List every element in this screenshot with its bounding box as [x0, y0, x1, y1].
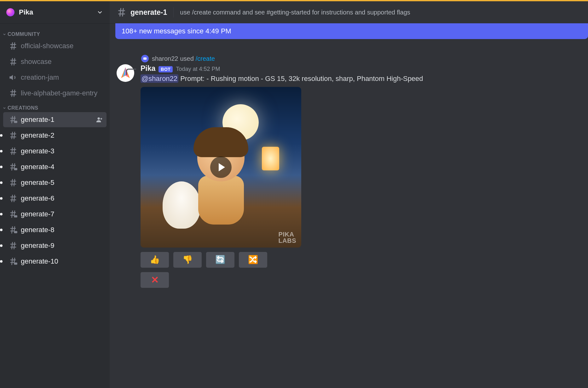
- message-timestamp: Today at 4:52 PM: [176, 66, 220, 72]
- add-user-icon[interactable]: [96, 116, 103, 123]
- channel-live-alphabet-game-entry[interactable]: live-alphabet-game-entry: [3, 86, 107, 101]
- svg-rect-4: [14, 231, 17, 233]
- chat-header: generate-1 use /create command and see #…: [110, 1, 588, 23]
- channel-generate-10[interactable]: generate-10: [3, 254, 107, 269]
- reply-spine: [126, 69, 136, 75]
- refresh-button[interactable]: 🔄: [206, 252, 234, 268]
- category-header[interactable]: COMMUNITY: [0, 28, 110, 38]
- thumbs-down-button[interactable]: 👎: [173, 252, 202, 268]
- play-button[interactable]: [210, 157, 232, 178]
- svg-rect-6: [143, 58, 147, 60]
- scene-character: [183, 134, 259, 235]
- svg-point-7: [144, 58, 145, 59]
- cancel-button[interactable]: ✕: [141, 272, 169, 288]
- server-header[interactable]: Pika: [0, 1, 110, 23]
- hash-icon: [9, 163, 18, 171]
- message: sharon22 used /create Pika BOT Today at …: [117, 55, 581, 288]
- channel-name: generate-10: [21, 257, 103, 265]
- hash-icon: [9, 241, 18, 250]
- hash-icon: [9, 210, 18, 219]
- channel-name: showcase: [21, 58, 103, 66]
- channel-generate-8[interactable]: generate-8: [3, 222, 107, 237]
- channel-list: COMMUNITYofficial-showcaseshowcasecreati…: [0, 23, 110, 388]
- channel-generate-4[interactable]: generate-4: [3, 159, 107, 174]
- user-mention[interactable]: @sharon22: [141, 74, 178, 83]
- hash-icon: [9, 225, 18, 234]
- channel-topic: use /create command and see #getting-sta…: [180, 9, 410, 16]
- hash-icon: [9, 194, 18, 203]
- channel-name: generate-1: [21, 116, 96, 124]
- voice-icon: [9, 73, 18, 82]
- message-body-text: Prompt: - Rushing motion - GS 15, 32k re…: [178, 75, 423, 83]
- channel-generate-2[interactable]: generate-2: [3, 128, 107, 143]
- thumbs-up-button[interactable]: 👍: [141, 252, 169, 268]
- scene-lamp: [262, 147, 279, 170]
- channel-name: live-alphabet-game-entry: [21, 89, 103, 97]
- message-header: Pika BOT Today at 4:52 PM: [141, 64, 581, 73]
- channel-name: generate-9: [21, 242, 103, 250]
- channel-name: generate-5: [21, 179, 103, 187]
- messages-area: sharon22 used /create Pika BOT Today at …: [110, 39, 588, 388]
- channel-showcase[interactable]: showcase: [3, 54, 107, 69]
- channel-name: generate-8: [21, 226, 103, 234]
- channel-name: generate-4: [21, 163, 103, 171]
- channel-generate-1[interactable]: generate-1: [3, 112, 107, 127]
- channel-generate-9[interactable]: generate-9: [3, 238, 107, 253]
- category-label: COMMUNITY: [8, 31, 40, 37]
- svg-rect-0: [14, 121, 17, 123]
- hash-icon: [9, 115, 18, 124]
- channel-generate-7[interactable]: generate-7: [3, 207, 107, 222]
- channel-name: creation-jam: [21, 73, 103, 82]
- message-text: @sharon22 Prompt: - Rushing motion - GS …: [141, 74, 581, 84]
- action-row-1: 👍 👎 🔄 🔀: [141, 252, 581, 268]
- reply-avatar: [141, 55, 149, 62]
- shuffle-button[interactable]: 🔀: [239, 252, 267, 268]
- channel-name: generate-6: [21, 194, 103, 203]
- new-messages-bar[interactable]: 108+ new messages since 4:49 PM: [115, 23, 588, 39]
- reply-command[interactable]: /create: [196, 55, 215, 62]
- chevron-down-icon: [3, 32, 6, 36]
- hash-icon: [117, 7, 127, 17]
- channel-generate-6[interactable]: generate-6: [3, 191, 107, 206]
- header-divider: [173, 7, 174, 17]
- channel-official-showcase[interactable]: official-showcase: [3, 38, 107, 54]
- channel-generate-3[interactable]: generate-3: [3, 144, 107, 159]
- channel-name: generate-2: [21, 131, 103, 140]
- category-label: CREATIONS: [8, 105, 38, 111]
- svg-rect-5: [14, 263, 17, 265]
- hash-icon: [9, 42, 18, 50]
- category-header[interactable]: CREATIONS: [0, 101, 110, 111]
- message-author[interactable]: Pika: [141, 64, 155, 73]
- channel-name: generate-7: [21, 210, 103, 218]
- reply-username: sharon22: [152, 55, 178, 62]
- channel-name: official-showcase: [21, 42, 103, 50]
- chevron-down-icon: [96, 9, 103, 16]
- reply-context[interactable]: sharon22 used /create: [141, 55, 581, 62]
- channel-sidebar: Pika COMMUNITYofficial-showcaseshowcasec…: [0, 1, 110, 388]
- watermark: PIKA LABS: [279, 231, 296, 244]
- bot-tag: BOT: [159, 66, 173, 72]
- action-row-2: ✕: [141, 272, 581, 288]
- hash-icon: [9, 178, 18, 187]
- channel-name: generate-3: [21, 147, 103, 155]
- chat-main: generate-1 use /create command and see #…: [110, 1, 588, 388]
- hash-icon: [9, 131, 18, 140]
- server-name: Pika: [19, 8, 96, 16]
- hash-icon: [9, 257, 18, 266]
- chevron-down-icon: [3, 106, 6, 110]
- svg-point-8: [145, 58, 146, 59]
- svg-rect-3: [14, 215, 17, 218]
- channel-generate-5[interactable]: generate-5: [3, 175, 107, 190]
- hash-icon: [9, 57, 18, 66]
- channel-creation-jam[interactable]: creation-jam: [3, 70, 107, 85]
- svg-rect-2: [14, 168, 17, 170]
- channel-title: generate-1: [130, 8, 167, 17]
- reply-used-label: used: [180, 55, 193, 62]
- hash-icon: [9, 147, 18, 156]
- hash-icon: [9, 89, 18, 98]
- play-icon: [219, 163, 225, 171]
- server-icon: [6, 8, 14, 16]
- video-attachment[interactable]: PIKA LABS: [141, 87, 301, 248]
- svg-point-1: [98, 117, 100, 120]
